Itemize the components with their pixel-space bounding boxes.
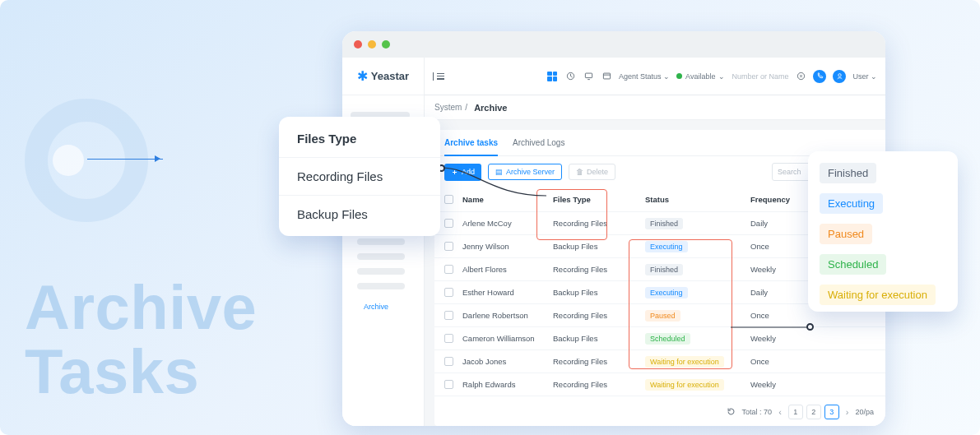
delete-button[interactable]: 🗑Delete bbox=[569, 164, 615, 180]
cell-files-type: Recording Files bbox=[553, 357, 645, 366]
status-badge-scheduled: Scheduled bbox=[820, 254, 886, 275]
clock-icon[interactable] bbox=[564, 71, 576, 82]
pager-page[interactable]: 3 bbox=[824, 405, 839, 419]
cell-name: Jenny Wilson bbox=[462, 242, 553, 251]
available-dot-icon bbox=[676, 73, 682, 79]
apps-icon[interactable] bbox=[546, 71, 558, 82]
row-checkbox[interactable] bbox=[444, 265, 453, 274]
pager-per-page[interactable]: 20/pa bbox=[855, 408, 874, 416]
cell-frequency: Once bbox=[750, 311, 824, 320]
close-icon[interactable] bbox=[354, 40, 362, 49]
cell-name: Jacob Jones bbox=[462, 357, 553, 366]
cell-frequency: Weekly bbox=[750, 334, 824, 343]
user-dropdown[interactable]: User ⌄ bbox=[852, 72, 877, 81]
sidebar-item-placeholder[interactable] bbox=[357, 238, 405, 245]
decor-dot bbox=[53, 145, 84, 176]
breadcrumb-current: Archive bbox=[474, 103, 507, 113]
window-icon[interactable] bbox=[601, 71, 612, 82]
cell-status: Executing bbox=[645, 287, 750, 298]
row-checkbox[interactable] bbox=[444, 288, 453, 297]
window-titlebar bbox=[342, 31, 885, 58]
col-status[interactable]: Status bbox=[645, 195, 750, 204]
status-legend-callout: Finished Executing Paused Scheduled Wait… bbox=[808, 151, 958, 312]
callout-title: Files Type bbox=[279, 120, 440, 158]
cell-files-type: Backup Files bbox=[553, 334, 645, 343]
cell-status: Finished bbox=[645, 264, 750, 275]
col-files-type[interactable]: Files Type bbox=[553, 195, 645, 204]
pager-page[interactable]: 2 bbox=[806, 405, 821, 419]
brand-name: Yeastar bbox=[371, 70, 409, 82]
cell-status: Paused bbox=[645, 310, 750, 322]
row-checkbox[interactable] bbox=[444, 219, 453, 228]
row-checkbox[interactable] bbox=[444, 334, 453, 343]
decor-arrow bbox=[87, 159, 163, 160]
row-checkbox[interactable] bbox=[444, 311, 453, 320]
cell-frequency: Weekly bbox=[750, 380, 824, 389]
pager-next[interactable]: › bbox=[846, 407, 849, 417]
col-name[interactable]: Name bbox=[462, 195, 553, 204]
pager-page[interactable]: 1 bbox=[788, 405, 803, 419]
plus-icon: ＋ bbox=[451, 167, 458, 178]
cell-name: Cameron Williamson bbox=[462, 334, 553, 343]
cell-files-type: Backup Files bbox=[553, 288, 645, 297]
files-type-option[interactable]: Backup Files bbox=[279, 196, 440, 233]
dial-clear-icon[interactable] bbox=[795, 71, 806, 82]
status-badge-waiting: Waiting for execution bbox=[820, 285, 936, 305]
cell-status: Waiting for execution bbox=[645, 379, 750, 391]
minimize-icon[interactable] bbox=[368, 40, 376, 49]
availability-dropdown[interactable]: Available ⌄ bbox=[676, 72, 725, 81]
table-row[interactable]: Ralph EdwardsRecording FilesWaiting for … bbox=[434, 373, 885, 396]
maximize-icon[interactable] bbox=[382, 40, 390, 49]
sidebar-item-placeholder[interactable] bbox=[357, 283, 405, 289]
svg-point-4 bbox=[838, 74, 841, 76]
monitor-icon[interactable] bbox=[583, 71, 594, 82]
tab-archived-logs[interactable]: Archived Logs bbox=[513, 130, 564, 155]
cell-name: Esther Howard bbox=[462, 288, 553, 297]
reload-button[interactable] bbox=[727, 407, 736, 418]
pager-prev[interactable]: ‹ bbox=[778, 407, 782, 417]
profile-button[interactable] bbox=[833, 70, 846, 83]
topbar: Agent Status ⌄ Available ⌄ Number or Nam… bbox=[425, 58, 885, 95]
brand-logo: ✱ Yeastar bbox=[342, 58, 424, 95]
dial-input[interactable]: Number or Name bbox=[732, 72, 788, 81]
cell-files-type: Recording Files bbox=[553, 380, 645, 389]
trash-icon: 🗑 bbox=[576, 168, 583, 176]
cell-files-type: Recording Files bbox=[553, 311, 645, 320]
archive-server-button[interactable]: ▤Archive Server bbox=[488, 164, 562, 180]
brand-icon: ✱ bbox=[357, 70, 368, 83]
connector-dot bbox=[806, 323, 814, 331]
cell-status: Scheduled bbox=[645, 333, 750, 345]
cell-name: Arlene McCoy bbox=[462, 219, 553, 228]
breadcrumb-parent[interactable]: System bbox=[434, 103, 462, 112]
cell-status: Executing bbox=[645, 241, 750, 252]
row-checkbox[interactable] bbox=[444, 357, 453, 366]
row-checkbox[interactable] bbox=[444, 380, 453, 389]
cell-files-type: Recording Files bbox=[553, 265, 645, 274]
status-badge-paused: Paused bbox=[820, 224, 872, 244]
call-button[interactable] bbox=[813, 70, 826, 83]
table-row[interactable]: Cameron WilliamsonBackup FilesScheduledW… bbox=[434, 327, 885, 350]
breadcrumb: System / Archive bbox=[425, 95, 885, 120]
cell-files-type: Recording Files bbox=[553, 219, 645, 228]
files-type-option[interactable]: Recording Files bbox=[279, 158, 440, 196]
collapse-sidebar-icon[interactable] bbox=[433, 71, 444, 82]
cell-status: Finished bbox=[645, 218, 750, 229]
sidebar-item-archive[interactable]: Archive bbox=[357, 298, 416, 316]
add-button[interactable]: ＋Add bbox=[444, 164, 481, 181]
sidebar-item-placeholder[interactable] bbox=[357, 253, 405, 260]
cell-name: Albert Flores bbox=[462, 265, 553, 274]
cell-name: Darlene Robertson bbox=[462, 311, 553, 320]
row-checkbox[interactable] bbox=[444, 242, 453, 251]
table-row[interactable]: Jacob JonesRecording FilesWaiting for ex… bbox=[434, 350, 885, 373]
cell-name: Ralph Edwards bbox=[462, 380, 553, 389]
server-icon: ▤ bbox=[495, 168, 503, 176]
status-badge-executing: Executing bbox=[820, 193, 883, 214]
svg-rect-2 bbox=[603, 73, 610, 79]
select-all-checkbox[interactable] bbox=[444, 195, 453, 204]
sidebar-item-placeholder[interactable] bbox=[357, 268, 405, 275]
agent-status-dropdown[interactable]: Agent Status ⌄ bbox=[619, 72, 670, 81]
cell-files-type: Backup Files bbox=[553, 242, 645, 251]
cell-frequency: Once bbox=[750, 357, 824, 366]
pager-total: Total : 70 bbox=[742, 408, 773, 416]
tab-archive-tasks[interactable]: Archive tasks bbox=[444, 130, 498, 155]
